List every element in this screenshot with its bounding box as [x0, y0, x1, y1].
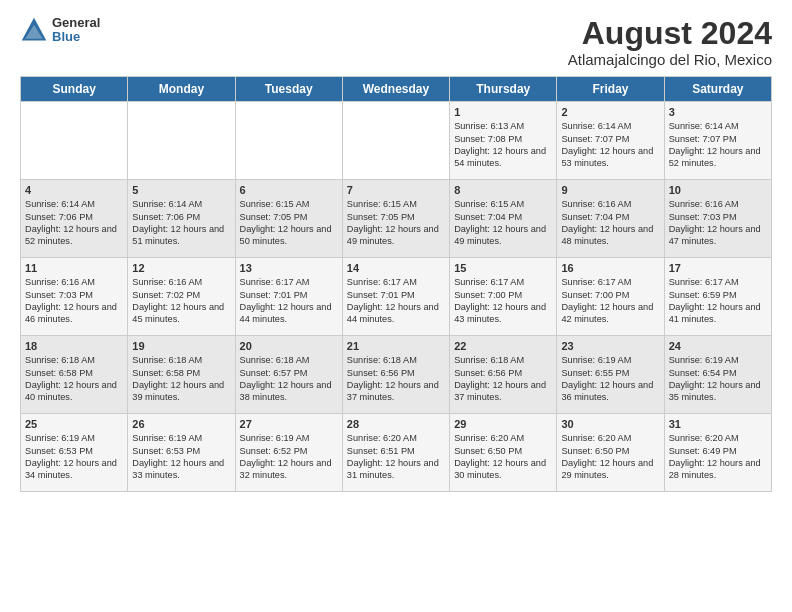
table-cell: 22Sunrise: 6:18 AM Sunset: 6:56 PM Dayli… — [450, 336, 557, 414]
table-cell: 31Sunrise: 6:20 AM Sunset: 6:49 PM Dayli… — [664, 414, 771, 492]
day-info: Sunrise: 6:17 AM Sunset: 7:00 PM Dayligh… — [454, 276, 552, 326]
day-number: 14 — [347, 262, 445, 274]
day-number: 17 — [669, 262, 767, 274]
week-row-5: 25Sunrise: 6:19 AM Sunset: 6:53 PM Dayli… — [21, 414, 772, 492]
day-info: Sunrise: 6:17 AM Sunset: 6:59 PM Dayligh… — [669, 276, 767, 326]
day-info: Sunrise: 6:18 AM Sunset: 6:58 PM Dayligh… — [132, 354, 230, 404]
day-number: 16 — [561, 262, 659, 274]
logo-blue-text: Blue — [52, 30, 100, 44]
day-info: Sunrise: 6:13 AM Sunset: 7:08 PM Dayligh… — [454, 120, 552, 170]
day-number: 23 — [561, 340, 659, 352]
day-info: Sunrise: 6:14 AM Sunset: 7:07 PM Dayligh… — [669, 120, 767, 170]
day-info: Sunrise: 6:17 AM Sunset: 7:00 PM Dayligh… — [561, 276, 659, 326]
day-number: 4 — [25, 184, 123, 196]
table-cell: 4Sunrise: 6:14 AM Sunset: 7:06 PM Daylig… — [21, 180, 128, 258]
day-number: 28 — [347, 418, 445, 430]
col-sunday: Sunday — [21, 77, 128, 102]
calendar: Sunday Monday Tuesday Wednesday Thursday… — [20, 76, 772, 492]
table-cell: 10Sunrise: 6:16 AM Sunset: 7:03 PM Dayli… — [664, 180, 771, 258]
col-wednesday: Wednesday — [342, 77, 449, 102]
calendar-body: 1Sunrise: 6:13 AM Sunset: 7:08 PM Daylig… — [21, 102, 772, 492]
day-info: Sunrise: 6:14 AM Sunset: 7:07 PM Dayligh… — [561, 120, 659, 170]
col-thursday: Thursday — [450, 77, 557, 102]
day-number: 7 — [347, 184, 445, 196]
day-number: 15 — [454, 262, 552, 274]
col-tuesday: Tuesday — [235, 77, 342, 102]
day-number: 19 — [132, 340, 230, 352]
table-cell: 28Sunrise: 6:20 AM Sunset: 6:51 PM Dayli… — [342, 414, 449, 492]
week-row-1: 1Sunrise: 6:13 AM Sunset: 7:08 PM Daylig… — [21, 102, 772, 180]
table-cell: 27Sunrise: 6:19 AM Sunset: 6:52 PM Dayli… — [235, 414, 342, 492]
table-cell: 19Sunrise: 6:18 AM Sunset: 6:58 PM Dayli… — [128, 336, 235, 414]
day-info: Sunrise: 6:18 AM Sunset: 6:56 PM Dayligh… — [347, 354, 445, 404]
col-monday: Monday — [128, 77, 235, 102]
day-info: Sunrise: 6:20 AM Sunset: 6:50 PM Dayligh… — [561, 432, 659, 482]
table-cell: 2Sunrise: 6:14 AM Sunset: 7:07 PM Daylig… — [557, 102, 664, 180]
day-info: Sunrise: 6:15 AM Sunset: 7:05 PM Dayligh… — [240, 198, 338, 248]
table-cell: 7Sunrise: 6:15 AM Sunset: 7:05 PM Daylig… — [342, 180, 449, 258]
day-info: Sunrise: 6:18 AM Sunset: 6:57 PM Dayligh… — [240, 354, 338, 404]
day-number: 22 — [454, 340, 552, 352]
main-title: August 2024 — [568, 16, 772, 51]
table-cell: 8Sunrise: 6:15 AM Sunset: 7:04 PM Daylig… — [450, 180, 557, 258]
table-cell — [21, 102, 128, 180]
title-block: August 2024 Atlamajalcingo del Rio, Mexi… — [568, 16, 772, 68]
table-cell — [342, 102, 449, 180]
day-number: 8 — [454, 184, 552, 196]
col-friday: Friday — [557, 77, 664, 102]
day-info: Sunrise: 6:20 AM Sunset: 6:49 PM Dayligh… — [669, 432, 767, 482]
table-cell: 18Sunrise: 6:18 AM Sunset: 6:58 PM Dayli… — [21, 336, 128, 414]
table-cell: 6Sunrise: 6:15 AM Sunset: 7:05 PM Daylig… — [235, 180, 342, 258]
header: General Blue August 2024 Atlamajalcingo … — [20, 16, 772, 68]
day-number: 6 — [240, 184, 338, 196]
day-info: Sunrise: 6:14 AM Sunset: 7:06 PM Dayligh… — [132, 198, 230, 248]
day-number: 20 — [240, 340, 338, 352]
day-info: Sunrise: 6:18 AM Sunset: 6:56 PM Dayligh… — [454, 354, 552, 404]
table-cell: 11Sunrise: 6:16 AM Sunset: 7:03 PM Dayli… — [21, 258, 128, 336]
logo-icon — [20, 16, 48, 44]
logo-text: General Blue — [52, 16, 100, 45]
table-cell — [235, 102, 342, 180]
header-row: Sunday Monday Tuesday Wednesday Thursday… — [21, 77, 772, 102]
calendar-header: Sunday Monday Tuesday Wednesday Thursday… — [21, 77, 772, 102]
day-info: Sunrise: 6:17 AM Sunset: 7:01 PM Dayligh… — [240, 276, 338, 326]
table-cell — [128, 102, 235, 180]
table-cell: 20Sunrise: 6:18 AM Sunset: 6:57 PM Dayli… — [235, 336, 342, 414]
week-row-3: 11Sunrise: 6:16 AM Sunset: 7:03 PM Dayli… — [21, 258, 772, 336]
day-number: 26 — [132, 418, 230, 430]
day-info: Sunrise: 6:15 AM Sunset: 7:05 PM Dayligh… — [347, 198, 445, 248]
day-info: Sunrise: 6:16 AM Sunset: 7:03 PM Dayligh… — [25, 276, 123, 326]
table-cell: 29Sunrise: 6:20 AM Sunset: 6:50 PM Dayli… — [450, 414, 557, 492]
day-info: Sunrise: 6:20 AM Sunset: 6:51 PM Dayligh… — [347, 432, 445, 482]
table-cell: 14Sunrise: 6:17 AM Sunset: 7:01 PM Dayli… — [342, 258, 449, 336]
day-info: Sunrise: 6:15 AM Sunset: 7:04 PM Dayligh… — [454, 198, 552, 248]
day-info: Sunrise: 6:18 AM Sunset: 6:58 PM Dayligh… — [25, 354, 123, 404]
logo-general-text: General — [52, 16, 100, 30]
day-number: 1 — [454, 106, 552, 118]
table-cell: 23Sunrise: 6:19 AM Sunset: 6:55 PM Dayli… — [557, 336, 664, 414]
day-number: 10 — [669, 184, 767, 196]
day-number: 30 — [561, 418, 659, 430]
week-row-4: 18Sunrise: 6:18 AM Sunset: 6:58 PM Dayli… — [21, 336, 772, 414]
day-number: 18 — [25, 340, 123, 352]
day-info: Sunrise: 6:19 AM Sunset: 6:53 PM Dayligh… — [132, 432, 230, 482]
page: General Blue August 2024 Atlamajalcingo … — [0, 0, 792, 502]
day-number: 2 — [561, 106, 659, 118]
table-cell: 30Sunrise: 6:20 AM Sunset: 6:50 PM Dayli… — [557, 414, 664, 492]
day-info: Sunrise: 6:17 AM Sunset: 7:01 PM Dayligh… — [347, 276, 445, 326]
subtitle: Atlamajalcingo del Rio, Mexico — [568, 51, 772, 68]
day-number: 21 — [347, 340, 445, 352]
table-cell: 9Sunrise: 6:16 AM Sunset: 7:04 PM Daylig… — [557, 180, 664, 258]
day-number: 25 — [25, 418, 123, 430]
week-row-2: 4Sunrise: 6:14 AM Sunset: 7:06 PM Daylig… — [21, 180, 772, 258]
table-cell: 12Sunrise: 6:16 AM Sunset: 7:02 PM Dayli… — [128, 258, 235, 336]
table-cell: 17Sunrise: 6:17 AM Sunset: 6:59 PM Dayli… — [664, 258, 771, 336]
table-cell: 13Sunrise: 6:17 AM Sunset: 7:01 PM Dayli… — [235, 258, 342, 336]
day-number: 5 — [132, 184, 230, 196]
table-cell: 25Sunrise: 6:19 AM Sunset: 6:53 PM Dayli… — [21, 414, 128, 492]
day-number: 11 — [25, 262, 123, 274]
table-cell: 5Sunrise: 6:14 AM Sunset: 7:06 PM Daylig… — [128, 180, 235, 258]
day-info: Sunrise: 6:16 AM Sunset: 7:03 PM Dayligh… — [669, 198, 767, 248]
day-number: 13 — [240, 262, 338, 274]
table-cell: 26Sunrise: 6:19 AM Sunset: 6:53 PM Dayli… — [128, 414, 235, 492]
